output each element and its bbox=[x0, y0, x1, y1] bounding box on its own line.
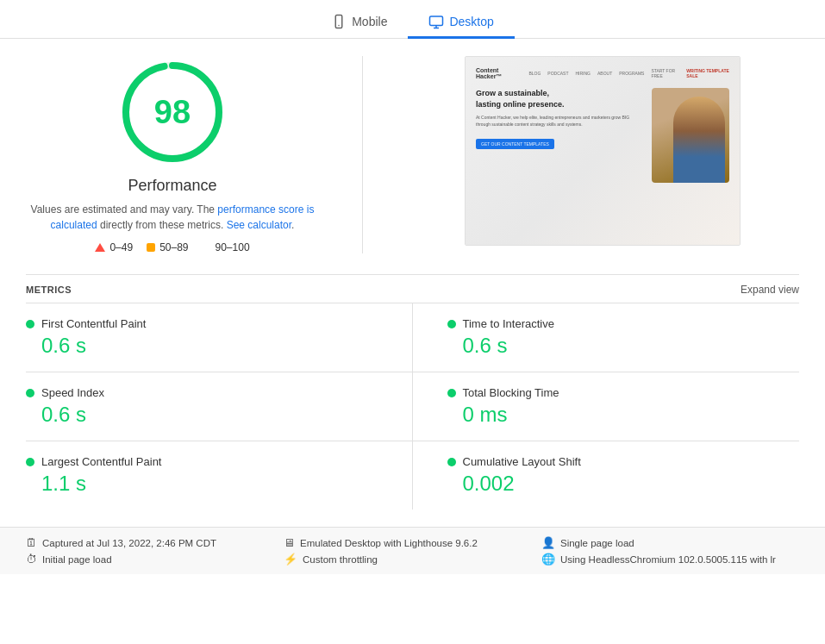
chrome-icon: 🌐 bbox=[541, 553, 555, 566]
legend-square-icon bbox=[147, 243, 155, 252]
performance-note: Values are estimated and may vary. The p… bbox=[26, 202, 319, 233]
screenshot-section: Content Hacker™ BLOG PODCAST HIRING ABOU… bbox=[406, 56, 799, 246]
footer-emulated-text: Emulated Desktop with Lighthouse 9.6.2 bbox=[300, 538, 478, 548]
screenshot-mock: Content Hacker™ BLOG PODCAST HIRING ABOU… bbox=[466, 57, 740, 245]
metric-si: Speed Index 0.6 s bbox=[26, 372, 413, 441]
metric-lcp-header: Largest Contentful Paint bbox=[26, 455, 378, 468]
footer-initial-load-text: Initial page load bbox=[42, 554, 112, 565]
calendar-icon: 🗓 bbox=[26, 536, 37, 549]
footer-captured-text: Captured at Jul 13, 2022, 2:46 PM CDT bbox=[42, 538, 216, 548]
footer-throttling: ⚡ Custom throttling bbox=[284, 553, 541, 566]
score-circle: 98 bbox=[116, 56, 228, 168]
metric-tbt: Total Blocking Time 0 ms bbox=[413, 372, 800, 441]
legend-low-label: 0–49 bbox=[109, 241, 133, 253]
metric-lcp-dot bbox=[26, 458, 34, 466]
svg-rect-2 bbox=[430, 16, 443, 26]
throttle-icon: ⚡ bbox=[284, 553, 297, 566]
mock-nav-cta: WRITING TEMPLATE SALE bbox=[686, 68, 729, 78]
tab-mobile[interactable]: Mobile bbox=[310, 7, 408, 39]
legend-high: 90–100 bbox=[203, 241, 250, 253]
main-content: 98 Performance Values are estimated and … bbox=[0, 39, 825, 527]
mock-person bbox=[673, 97, 725, 183]
metric-tti: Time to Interactive 0.6 s bbox=[413, 303, 800, 372]
metric-cls-dot bbox=[447, 458, 456, 466]
footer-headless: 🌐 Using HeadlessChromium 102.0.5005.115 … bbox=[541, 553, 799, 566]
metrics-title: METRICS bbox=[26, 284, 72, 295]
metric-tbt-header: Total Blocking Time bbox=[447, 386, 800, 399]
metric-lcp-name: Largest Contentful Paint bbox=[41, 455, 161, 468]
metrics-grid: First Contentful Paint 0.6 s Time to Int… bbox=[26, 303, 799, 510]
score-section: 98 Performance Values are estimated and … bbox=[26, 56, 319, 253]
footer-single-page: 👤 Single page load bbox=[541, 536, 799, 549]
metric-tti-name: Time to Interactive bbox=[463, 317, 554, 330]
metric-tti-dot bbox=[447, 320, 456, 328]
mock-nav-blog: BLOG bbox=[528, 71, 541, 76]
mock-body: At Content Hacker, we help elite, leadin… bbox=[476, 115, 645, 128]
tab-desktop[interactable]: Desktop bbox=[408, 7, 514, 39]
legend-mid-label: 50–89 bbox=[159, 241, 188, 253]
mock-text-area: Grow a sustainable,lasting online presen… bbox=[476, 88, 645, 234]
legend-circle-icon bbox=[203, 243, 211, 252]
tab-bar: Mobile Desktop bbox=[0, 0, 825, 39]
mock-content: Grow a sustainable,lasting online presen… bbox=[476, 88, 729, 234]
score-value: 98 bbox=[154, 94, 191, 131]
metric-si-header: Speed Index bbox=[26, 386, 378, 399]
metric-fcp-dot bbox=[26, 320, 34, 328]
mock-headline: Grow a sustainable,lasting online presen… bbox=[476, 88, 645, 109]
metric-cls-header: Cumulative Layout Shift bbox=[447, 455, 800, 468]
vertical-divider bbox=[362, 56, 363, 253]
metric-cls-value: 0.002 bbox=[447, 472, 800, 496]
user-icon: 👤 bbox=[541, 536, 555, 549]
footer-throttling-text: Custom throttling bbox=[303, 554, 378, 565]
metric-cls: Cumulative Layout Shift 0.002 bbox=[413, 441, 800, 510]
legend: 0–49 50–89 90–100 bbox=[95, 241, 249, 253]
metric-fcp-value: 0.6 s bbox=[26, 334, 378, 358]
metric-si-value: 0.6 s bbox=[26, 403, 378, 427]
mock-logo: Content Hacker™ bbox=[476, 67, 515, 79]
mock-nav-programs: PROGRAMS bbox=[619, 71, 644, 76]
mobile-icon bbox=[331, 14, 347, 29]
performance-label: Performance bbox=[128, 177, 216, 195]
mock-cta-button: GET OUR CONTENT TEMPLATES bbox=[476, 139, 554, 149]
metric-si-dot bbox=[26, 389, 34, 397]
mock-nav-start: START FOR FREE bbox=[651, 68, 679, 78]
metric-tti-header: Time to Interactive bbox=[447, 317, 800, 330]
mock-nav-about: ABOUT bbox=[597, 71, 612, 76]
footer-headless-text: Using HeadlessChromium 102.0.5005.115 wi… bbox=[560, 554, 776, 565]
mock-header: Content Hacker™ BLOG PODCAST HIRING ABOU… bbox=[476, 67, 729, 79]
legend-triangle-icon bbox=[95, 243, 105, 252]
mock-nav-podcast: PODCAST bbox=[547, 71, 568, 76]
footer-emulated: 🖥 Emulated Desktop with Lighthouse 9.6.2 bbox=[284, 536, 541, 549]
tab-desktop-label: Desktop bbox=[449, 15, 493, 28]
tab-mobile-label: Mobile bbox=[352, 15, 387, 28]
desktop-icon bbox=[428, 14, 444, 29]
metric-tbt-name: Total Blocking Time bbox=[463, 386, 559, 399]
metric-lcp-value: 1.1 s bbox=[26, 472, 378, 496]
legend-low: 0–49 bbox=[95, 241, 133, 253]
metric-tbt-value: 0 ms bbox=[447, 403, 800, 427]
metric-fcp-name: First Contentful Paint bbox=[41, 317, 146, 330]
calc-link[interactable]: See calculator bbox=[227, 219, 291, 231]
metric-cls-name: Cumulative Layout Shift bbox=[463, 455, 581, 468]
legend-high-label: 90–100 bbox=[216, 241, 250, 253]
expand-view-button[interactable]: Expand view bbox=[741, 284, 799, 296]
metric-fcp: First Contentful Paint 0.6 s bbox=[26, 303, 413, 372]
monitor-icon: 🖥 bbox=[284, 536, 295, 549]
metrics-header: METRICS Expand view bbox=[26, 274, 799, 303]
mock-image bbox=[652, 88, 729, 183]
metric-tti-value: 0.6 s bbox=[447, 334, 800, 358]
metric-tbt-dot bbox=[447, 389, 456, 397]
footer-captured: 🗓 Captured at Jul 13, 2022, 2:46 PM CDT bbox=[26, 536, 284, 549]
metric-fcp-header: First Contentful Paint bbox=[26, 317, 378, 330]
top-row: 98 Performance Values are estimated and … bbox=[26, 56, 799, 253]
screenshot-box: Content Hacker™ BLOG PODCAST HIRING ABOU… bbox=[465, 56, 741, 246]
mock-nav-hiring: HIRING bbox=[575, 71, 591, 76]
footer-initial-load: ⏱ Initial page load bbox=[26, 553, 284, 566]
clock-icon: ⏱ bbox=[26, 553, 37, 566]
note-mid: directly from these metrics. bbox=[97, 219, 227, 231]
note-prefix: Values are estimated and may vary. The bbox=[31, 203, 218, 216]
metric-si-name: Speed Index bbox=[41, 386, 104, 399]
metric-lcp: Largest Contentful Paint 1.1 s bbox=[26, 441, 413, 510]
footer-bar: 🗓 Captured at Jul 13, 2022, 2:46 PM CDT … bbox=[0, 527, 825, 574]
footer-single-page-text: Single page load bbox=[560, 538, 634, 548]
